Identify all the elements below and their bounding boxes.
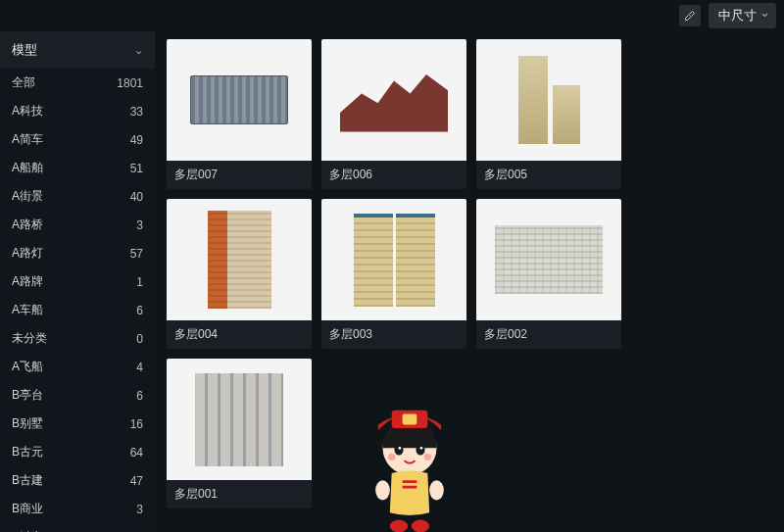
svg-point-3 xyxy=(394,445,403,456)
topbar: 中尺寸 xyxy=(0,0,784,31)
model-card[interactable]: 多层002 xyxy=(476,199,621,349)
sidebar-item-count: 51 xyxy=(130,162,143,175)
sidebar-item-label: A简车 xyxy=(12,131,43,148)
sidebar-item-label: A飞船 xyxy=(12,359,43,375)
model-card[interactable]: 多层001 xyxy=(167,359,312,508)
svg-point-14 xyxy=(412,520,429,532)
sidebar-item-label: A路灯 xyxy=(12,245,43,262)
model-label: 多层001 xyxy=(167,480,312,508)
model-thumbnail xyxy=(167,359,312,480)
edit-icon[interactable] xyxy=(679,5,701,26)
svg-point-11 xyxy=(375,480,390,500)
sidebar-item-label: A街景 xyxy=(12,188,43,205)
model-thumbnail xyxy=(321,39,466,161)
sidebar-item-label: A路桥 xyxy=(12,217,43,233)
model-label: 多层002 xyxy=(476,320,621,349)
sidebar-item-count: 16 xyxy=(130,417,143,431)
model-label: 多层004 xyxy=(167,320,312,349)
sidebar-item-count: 4 xyxy=(136,361,143,374)
sidebar-item-count: 6 xyxy=(136,389,143,403)
sidebar-item[interactable]: A路灯57 xyxy=(0,239,155,267)
sidebar-item-count: 40 xyxy=(130,190,143,204)
sidebar-item[interactable]: A街景40 xyxy=(0,182,155,211)
model-label: 多层006 xyxy=(321,161,466,189)
category-list: 全部1801A科技33A简车49A船舶51A街景40A路桥3A路灯57A路牌1A… xyxy=(0,69,155,532)
sidebar-header[interactable]: 模型 ⌄ xyxy=(0,31,155,69)
sidebar-item-count: 47 xyxy=(130,474,143,488)
sidebar-item-label: B古元 xyxy=(12,444,43,460)
sidebar-item-label: A船舶 xyxy=(12,160,43,176)
model-thumbnail xyxy=(167,39,312,161)
svg-point-13 xyxy=(390,520,408,532)
svg-point-5 xyxy=(399,447,402,450)
sidebar-item-count: 64 xyxy=(130,446,143,459)
model-label: 多层007 xyxy=(167,161,312,189)
sidebar-item-count: 1 xyxy=(136,275,143,289)
sidebar-item-count: 6 xyxy=(136,304,143,317)
sidebar-item-label: B古建 xyxy=(12,472,43,489)
sidebar-item-label: 未分类 xyxy=(12,330,47,347)
sidebar-item-label: B亭台 xyxy=(12,387,43,404)
sidebar-item-count: 3 xyxy=(136,218,143,232)
sidebar-item[interactable]: B古建47 xyxy=(0,466,155,495)
sidebar-item-count: 49 xyxy=(130,133,143,147)
sidebar-item[interactable]: A简车49 xyxy=(0,125,155,154)
sidebar-item-label: A路牌 xyxy=(12,273,43,290)
sidebar-item[interactable]: A车船6 xyxy=(0,296,155,324)
sidebar-item[interactable]: B城市30 xyxy=(0,523,155,532)
svg-rect-10 xyxy=(403,486,417,489)
svg-point-4 xyxy=(416,445,424,456)
sidebar-header-label: 模型 xyxy=(12,41,37,59)
sidebar-item[interactable]: B古元64 xyxy=(0,438,155,466)
sidebar-item[interactable]: B亭台6 xyxy=(0,381,155,410)
sidebar-item[interactable]: B别墅16 xyxy=(0,410,155,438)
chevron-down-icon: ⌄ xyxy=(134,44,143,57)
sidebar-item-count: 3 xyxy=(136,503,143,516)
sidebar-item-count: 0 xyxy=(136,332,143,346)
sidebar-item[interactable]: A飞船4 xyxy=(0,353,155,381)
sidebar-item[interactable]: A科技33 xyxy=(0,97,155,125)
model-label: 多层003 xyxy=(321,320,466,349)
sidebar-item-count: 1801 xyxy=(117,76,143,90)
sidebar-item-label: A车船 xyxy=(12,302,43,318)
sidebar-item-label: A科技 xyxy=(12,103,43,120)
model-thumbnail xyxy=(476,39,621,161)
sidebar: 模型 ⌄ 全部1801A科技33A简车49A船舶51A街景40A路桥3A路灯57… xyxy=(0,31,155,532)
content-area: 多层007多层006多层005多层004多层003多层002多层001 xyxy=(155,31,784,532)
model-card[interactable]: 多层003 xyxy=(321,199,466,349)
svg-point-6 xyxy=(420,447,423,450)
model-thumbnail xyxy=(321,199,466,320)
sidebar-item[interactable]: 未分类0 xyxy=(0,324,155,353)
model-grid: 多层007多层006多层005多层004多层003多层002多层001 xyxy=(167,39,772,508)
sidebar-item[interactable]: A船舶51 xyxy=(0,154,155,182)
svg-rect-2 xyxy=(403,413,417,424)
svg-point-8 xyxy=(424,454,431,460)
sidebar-item-count: 33 xyxy=(130,105,143,119)
sidebar-item-label: B商业 xyxy=(12,501,43,517)
model-thumbnail xyxy=(167,199,312,320)
model-card[interactable]: 多层004 xyxy=(167,199,312,349)
main-area: 模型 ⌄ 全部1801A科技33A简车49A船舶51A街景40A路桥3A路灯57… xyxy=(0,31,784,532)
model-card[interactable]: 多层005 xyxy=(476,39,621,189)
sidebar-item[interactable]: B商业3 xyxy=(0,495,155,523)
model-thumbnail xyxy=(476,199,621,320)
size-select-wrap: 中尺寸 xyxy=(709,3,776,28)
sidebar-item-label: 全部 xyxy=(12,74,35,91)
sidebar-item-label: B别墅 xyxy=(12,415,43,432)
mascot xyxy=(351,404,468,532)
model-card[interactable]: 多层007 xyxy=(167,39,312,189)
model-card[interactable]: 多层006 xyxy=(321,39,466,189)
sidebar-item[interactable]: A路桥3 xyxy=(0,211,155,239)
svg-rect-9 xyxy=(403,480,417,483)
svg-point-12 xyxy=(429,480,444,500)
sidebar-item[interactable]: A路牌1 xyxy=(0,267,155,296)
sidebar-item[interactable]: 全部1801 xyxy=(0,69,155,97)
svg-point-7 xyxy=(388,454,395,460)
model-label: 多层005 xyxy=(476,161,621,189)
sidebar-item-count: 57 xyxy=(130,247,143,261)
size-select[interactable]: 中尺寸 xyxy=(709,3,776,28)
